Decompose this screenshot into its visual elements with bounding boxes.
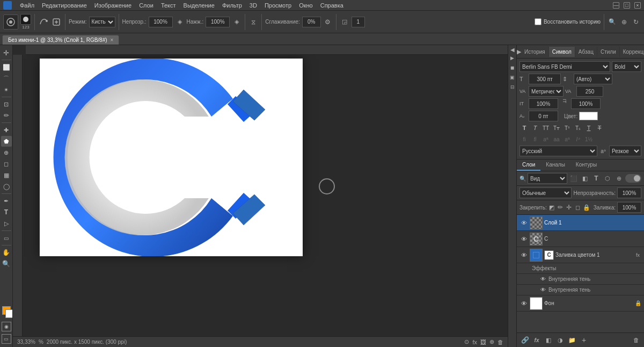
superscript-btn[interactable]: Tˢ <box>562 123 572 133</box>
window-restore[interactable]: □ <box>624 2 630 9</box>
brush-mode-icon[interactable] <box>38 17 49 27</box>
frac2-ot[interactable]: Iᵃ <box>573 134 583 144</box>
leading-select[interactable]: (Авто) <box>574 74 612 84</box>
layer-group-btn[interactable]: 📁 <box>567 335 577 345</box>
window-minimize[interactable]: — <box>613 2 619 9</box>
tool-clone[interactable]: ⊕ <box>1 147 12 158</box>
mode-select[interactable]: Кисть <box>89 17 115 27</box>
rmt-icon2[interactable]: ◼ <box>509 63 516 72</box>
status-icon3[interactable]: 🖼 <box>480 339 486 345</box>
mode-icon2[interactable] <box>51 17 62 27</box>
baseline-input[interactable] <box>529 111 558 121</box>
extras-icon[interactable]: ⊕ <box>619 17 629 27</box>
pressure-icon2[interactable]: ◈ <box>232 17 241 27</box>
panel-tab-history[interactable]: История <box>521 47 549 57</box>
layers-tab-paths[interactable]: Контуры <box>570 160 602 171</box>
quick-mask[interactable]: ◉ <box>2 322 11 331</box>
layer-adj-btn[interactable]: ◑ <box>555 335 565 345</box>
num-ot[interactable]: 1½ <box>584 134 594 144</box>
strikethrough-btn[interactable]: T <box>595 123 604 133</box>
font-family-select[interactable]: Berlin Sans FB Demi <box>519 61 610 72</box>
underline-btn[interactable]: T <box>584 123 594 133</box>
rmt-icon4[interactable]: ⊟ <box>509 83 516 91</box>
fi-liga[interactable]: fi <box>519 134 529 144</box>
status-icon4[interactable]: ⊕ <box>489 338 494 345</box>
layer-new-btn[interactable]: + <box>579 335 589 345</box>
subscript-btn[interactable]: Tₛ <box>573 123 583 133</box>
menu-window[interactable]: Окно <box>297 2 314 9</box>
collapse-btn[interactable]: ◀ <box>509 46 516 53</box>
menu-image[interactable]: Изображение <box>93 2 133 9</box>
kerning-select[interactable]: Метрически <box>529 86 564 97</box>
tool-marquee-rect[interactable]: ⬜ <box>1 62 12 73</box>
symmetry-icon[interactable]: ⧖ <box>248 17 258 27</box>
angle-icon[interactable]: ◲ <box>340 17 349 27</box>
font-style-select[interactable]: Bold <box>612 61 641 72</box>
tab-close-icon[interactable]: × <box>111 37 114 43</box>
layer-effect-1[interactable]: 👁 Внутренняя тень <box>517 274 644 285</box>
menu-text[interactable]: Текст <box>159 2 178 9</box>
tool-crop[interactable]: ⊡ <box>1 99 12 110</box>
text-color-swatch[interactable] <box>579 112 598 120</box>
history-checkbox-label[interactable]: Восстановить историю <box>535 18 601 25</box>
menu-view[interactable]: Просмотр <box>263 2 293 9</box>
effect-eye-2[interactable]: 👁 <box>539 286 547 294</box>
italic-ot[interactable]: fi <box>530 134 540 144</box>
opacity-input[interactable] <box>149 17 173 27</box>
menu-file[interactable]: Файл <box>18 2 36 9</box>
layer-filter-select[interactable]: Вид <box>528 173 567 184</box>
lock-position-btn[interactable]: ✛ <box>566 203 573 212</box>
foreground-color[interactable] <box>2 306 11 315</box>
layer-link-btn[interactable]: 🔗 <box>520 335 530 345</box>
panel-tab-correction[interactable]: Коррекция <box>620 47 644 57</box>
layer-filter-shape[interactable]: ⬡ <box>603 174 612 183</box>
tool-text[interactable]: T <box>1 207 12 218</box>
window-close[interactable]: × <box>634 2 641 9</box>
tool-move[interactable]: ✛ <box>1 47 12 58</box>
effect-eye-1[interactable]: 👁 <box>539 276 547 283</box>
menu-help[interactable]: Справка <box>319 2 345 9</box>
tool-magic-wand[interactable]: ✴ <box>1 84 12 95</box>
tool-brush[interactable]: ⬟ <box>1 136 12 147</box>
small-caps-btn[interactable]: Tᴛ <box>552 123 561 133</box>
v-scale-input[interactable] <box>571 98 601 109</box>
rmt-icon3[interactable]: ▣ <box>509 73 516 82</box>
layer-fx-icon[interactable]: fx <box>636 252 640 258</box>
screen-mode[interactable]: ▭ <box>2 334 11 344</box>
faux-bold-btn[interactable]: T <box>519 123 529 133</box>
pressure-icon[interactable]: ◈ <box>175 17 185 27</box>
lock-pixels-btn[interactable]: ✏ <box>557 203 564 212</box>
layers-tab-channels[interactable]: Каналы <box>540 160 570 171</box>
layer-item-1[interactable]: 👁 Слой 1 <box>517 215 644 231</box>
smoothing-input[interactable] <box>302 17 321 27</box>
panel-tab-styles[interactable]: Стили <box>597 47 620 57</box>
layer-eye-2[interactable]: 👁 <box>519 235 528 243</box>
status-icon1[interactable]: ⊙ <box>464 338 469 345</box>
tool-options-icon[interactable] <box>3 15 18 30</box>
status-icon2[interactable]: fx <box>472 339 477 345</box>
tool-gradient[interactable]: ▦ <box>1 170 12 180</box>
menu-filter[interactable]: Фильтр <box>221 2 244 9</box>
layer-filter-smart[interactable]: ⊕ <box>614 174 624 183</box>
lock-transparent-btn[interactable]: ◩ <box>548 203 555 212</box>
layer-opacity-input[interactable] <box>617 187 641 198</box>
rmt-icon1[interactable]: ▶ <box>509 54 516 62</box>
background-color[interactable] <box>5 309 13 318</box>
language-select[interactable]: Русский <box>519 146 597 156</box>
brush-preview[interactable] <box>20 14 31 25</box>
layers-tab-layers[interactable]: Слои <box>517 160 540 171</box>
play-btn[interactable]: ▶ <box>517 45 521 58</box>
layer-item-3[interactable]: 👁 C Заливка цветом 1 fx <box>517 247 644 263</box>
layer-eye-1[interactable]: 👁 <box>519 219 528 227</box>
tool-zoom[interactable]: 🔍 <box>1 258 12 269</box>
rotate-icon[interactable]: ↻ <box>631 17 641 27</box>
panel-tab-paragraph[interactable]: Абзац <box>575 47 597 57</box>
ordinal-ot[interactable]: aa <box>552 134 561 144</box>
layer-delete-btn[interactable]: 🗑 <box>631 335 641 345</box>
menu-3d[interactable]: 3D <box>248 2 259 9</box>
lock-artboard-btn[interactable]: ◻ <box>574 203 581 212</box>
canvas-document[interactable] <box>40 59 303 256</box>
tool-hand[interactable]: ✋ <box>1 247 12 258</box>
lock-all-btn[interactable]: 🔒 <box>583 203 590 212</box>
frac-ot[interactable]: aª <box>562 134 572 144</box>
